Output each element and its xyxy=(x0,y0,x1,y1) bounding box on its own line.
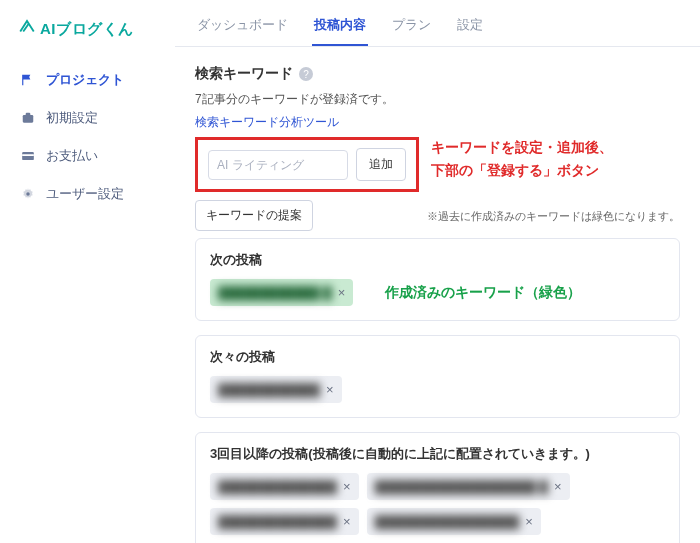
logo: AIブログくん xyxy=(10,18,165,41)
section-title: 検索キーワード xyxy=(195,65,293,83)
keyword-chip[interactable]: ████████████ × xyxy=(210,376,342,403)
flag-icon xyxy=(20,73,36,87)
callout-annotation: キーワードを設定・追加後、 下部の「登録する」ボタン xyxy=(431,137,613,183)
analysis-tool-link[interactable]: 検索キーワード分析ツール xyxy=(195,114,339,131)
help-icon[interactable]: ? xyxy=(299,67,313,81)
briefcase-icon xyxy=(20,111,36,125)
close-icon[interactable]: × xyxy=(343,514,351,529)
callout-line2: 下部の「登録する」ボタン xyxy=(431,160,613,183)
logo-icon xyxy=(18,18,36,41)
sidebar: AIブログくん プロジェクト 初期設定 お支払い ユーザー設定 xyxy=(0,0,175,543)
chip-text: █████████████████ xyxy=(375,515,520,529)
close-icon[interactable]: × xyxy=(525,514,533,529)
keyword-input[interactable] xyxy=(208,150,348,180)
keyword-count-text: 7記事分のキーワードが登録済です。 xyxy=(195,91,680,108)
content: 検索キーワード ? 7記事分のキーワードが登録済です。 検索キーワード分析ツール… xyxy=(175,47,700,543)
keyword-chip[interactable]: ████████████ █ × xyxy=(210,279,353,306)
close-icon[interactable]: × xyxy=(554,479,562,494)
sidebar-item-label: お支払い xyxy=(46,147,98,165)
card-icon xyxy=(20,149,36,163)
main: ダッシュボード 投稿内容 プラン 設定 検索キーワード ? 7記事分のキーワード… xyxy=(175,0,700,543)
keyword-input-row: 追加 xyxy=(195,137,419,192)
close-icon[interactable]: × xyxy=(338,285,346,300)
panel-title: 次々の投稿 xyxy=(210,348,665,366)
chip-text: ██████████████ xyxy=(218,515,337,529)
tab-dashboard[interactable]: ダッシュボード xyxy=(195,10,290,46)
sidebar-item-label: ユーザー設定 xyxy=(46,185,124,203)
close-icon[interactable]: × xyxy=(343,479,351,494)
tabs: ダッシュボード 投稿内容 プラン 設定 xyxy=(175,0,700,47)
sidebar-item-user-settings[interactable]: ユーザー設定 xyxy=(10,175,165,213)
add-button[interactable]: 追加 xyxy=(356,148,406,181)
close-icon[interactable]: × xyxy=(326,382,334,397)
tab-post-content[interactable]: 投稿内容 xyxy=(312,10,368,46)
chip-text: ██████████████ xyxy=(218,480,337,494)
keyword-chip[interactable]: █████████████████ × xyxy=(367,508,541,535)
keyword-chip[interactable]: ███████████████████ █ × xyxy=(367,473,570,500)
panel-title: 次の投稿 xyxy=(210,251,665,269)
chip-text: ████████████ █ xyxy=(218,286,332,300)
sidebar-item-initial-settings[interactable]: 初期設定 xyxy=(10,99,165,137)
sidebar-item-project[interactable]: プロジェクト xyxy=(10,61,165,99)
panel-third-onward: 3回目以降の投稿(投稿後に自動的に上記に配置されていきます。) ████████… xyxy=(195,432,680,543)
chip-text: ████████████ xyxy=(218,383,320,397)
sidebar-item-payment[interactable]: お支払い xyxy=(10,137,165,175)
sidebar-item-label: 初期設定 xyxy=(46,109,98,127)
panel-after-next-post: 次々の投稿 ████████████ × xyxy=(195,335,680,418)
tab-plan[interactable]: プラン xyxy=(390,10,433,46)
chip-text: ███████████████████ █ xyxy=(375,480,548,494)
gear-icon xyxy=(20,187,36,201)
callout-line1: キーワードを設定・追加後、 xyxy=(431,137,613,160)
keyword-chip[interactable]: ██████████████ × xyxy=(210,473,359,500)
keyword-chip[interactable]: ██████████████ × xyxy=(210,508,359,535)
sidebar-item-label: プロジェクト xyxy=(46,71,124,89)
green-annotation: 作成済みのキーワード（緑色） xyxy=(385,284,581,302)
panel-title: 3回目以降の投稿(投稿後に自動的に上記に配置されていきます。) xyxy=(210,445,665,463)
suggest-keyword-button[interactable]: キーワードの提案 xyxy=(195,200,313,231)
panel-next-post: 次の投稿 ████████████ █ × 作成済みのキーワード（緑色） xyxy=(195,238,680,321)
svg-rect-0 xyxy=(23,115,34,123)
svg-rect-2 xyxy=(22,154,34,156)
logo-text: AIブログくん xyxy=(40,20,134,39)
tab-settings[interactable]: 設定 xyxy=(455,10,485,46)
